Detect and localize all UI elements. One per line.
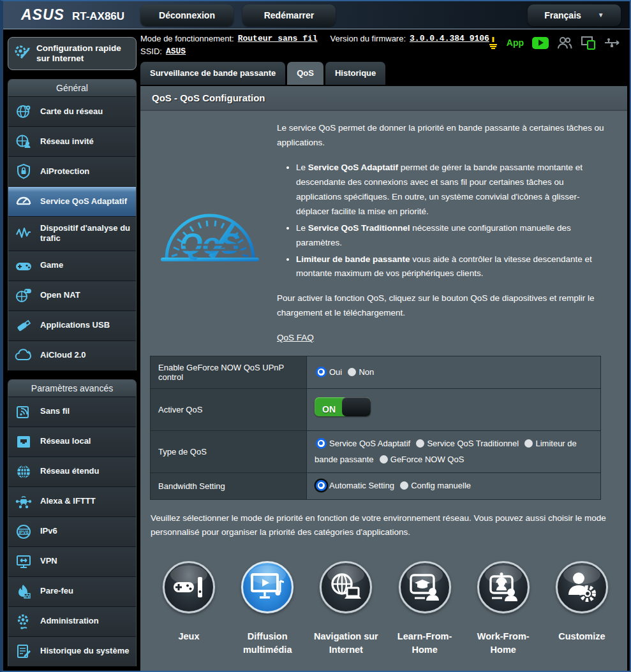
lan-port-icon: [13, 434, 34, 450]
qos-type-traditional-label[interactable]: Service QoS Traditionnel: [427, 439, 519, 448]
operation-mode-link[interactable]: Routeur sans fil: [238, 34, 318, 43]
quick-setup-label: Configuration rapide sur Internet: [36, 43, 132, 64]
mode-media-streaming[interactable]: Diffusion multimédia: [230, 561, 304, 657]
qos-toggle-knob[interactable]: [342, 397, 371, 416]
sidebar-item-label: Applications USB: [40, 320, 110, 330]
sidebar-item-lan[interactable]: Réseau local: [8, 427, 136, 457]
upnp-no-radio[interactable]: [348, 368, 356, 376]
qos-bullet-list: Le Service QoS Adaptatif permet de gérer…: [296, 161, 611, 282]
sidebar-item-label: Dispositif d'analyse du trafic: [40, 223, 133, 244]
bandwidth-manual-radio[interactable]: [400, 481, 408, 490]
upnp-no-label[interactable]: Non: [359, 367, 374, 377]
upnp-label: Enable GeForce NOW QoS UPnP control: [151, 356, 307, 389]
firewall-flame-icon: [13, 583, 34, 600]
mode-work-from-home[interactable]: Work-From-Home: [466, 561, 540, 657]
ipv6-icon: IPV6: [13, 523, 34, 540]
sidebar-item-firewall[interactable]: Pare-feu: [8, 576, 136, 606]
traffic-wave-icon: [13, 225, 34, 242]
sidebar-item-label: AiProtection: [40, 166, 89, 177]
bullet-bandwidth-limiter: Limiteur de bande passante vous aide à c…: [296, 252, 611, 282]
mode-customize[interactable]: Customize: [545, 561, 619, 657]
play-store-icon[interactable]: [532, 37, 549, 49]
logout-button[interactable]: Déconnexion: [140, 4, 234, 26]
top-banner: ASUS RT-AX86U Déconnexion Redémarrer Fra…: [3, 1, 630, 29]
header-status-icons: App: [488, 36, 621, 50]
bandwidth-automatic-radio[interactable]: [316, 480, 327, 491]
sidebar-item-system-log[interactable]: Historique du système: [8, 636, 136, 666]
sidebar-item-wireless[interactable]: Sans fil: [8, 397, 136, 427]
priority-modes: Jeux Diffusion multimédia Navigation sur…: [152, 561, 619, 657]
mode-games[interactable]: Jeux: [152, 561, 226, 657]
qos-activation-note: Pour activer la fonction QoS, cliquez su…: [277, 291, 611, 321]
sidebar-item-label: VPN: [40, 556, 57, 566]
web-surfing-icon[interactable]: [320, 561, 372, 613]
tab-bandwidth-monitor[interactable]: Surveillance de bande passante: [140, 62, 285, 85]
mode-web-surfing[interactable]: Navigation sur Internet: [309, 561, 383, 657]
qos-description-text: Le service QoS permet de donner la prior…: [277, 121, 611, 346]
clients-icon[interactable]: [557, 36, 572, 49]
qos-type-geforce-label[interactable]: GeForce NOW QoS: [390, 455, 464, 464]
ssid-link[interactable]: ASUS: [166, 47, 186, 56]
sidebar-item-label: Historique du système: [40, 646, 129, 656]
brand: ASUS RT-AX86U: [3, 6, 140, 24]
mode-learn-from-home[interactable]: Learn-From-Home: [388, 561, 462, 657]
work-from-home-icon[interactable]: [477, 561, 530, 613]
sidebar-item-label: Open NAT: [40, 290, 80, 300]
mode-selection-prompt: Veuillez sélectionner le mode de priorit…: [151, 511, 617, 540]
qos-type-adaptive-radio[interactable]: [316, 438, 327, 449]
content-panel: QoS - QoS Configuration QoS: [140, 86, 627, 671]
sidebar-item-adaptive-qos[interactable]: Service QoS Adaptatif: [8, 186, 136, 216]
sidebar-item-ipv6[interactable]: IPV6 IPv6: [8, 516, 136, 546]
media-streaming-icon[interactable]: [241, 561, 293, 613]
sidebar-item-wan[interactable]: Réseau étendu: [8, 457, 136, 486]
qos-type-traditional-radio[interactable]: [416, 439, 424, 448]
qos-type-adaptive-label[interactable]: Service QoS Adaptatif: [329, 439, 410, 448]
reboot-button[interactable]: Redémarrer: [242, 4, 336, 26]
sidebar-item-game[interactable]: Game: [8, 251, 136, 281]
gauge-qos-text: QoS: [180, 227, 241, 260]
sidebar-item-alexa-ifttt[interactable]: Alexa & IFTTT: [8, 486, 136, 516]
sidebar-item-traffic-analyzer[interactable]: Dispositif d'analyse du trafic: [8, 216, 136, 251]
language-select[interactable]: Français ▼: [528, 4, 621, 26]
usb-icon[interactable]: [604, 37, 621, 48]
quick-setup-gear-icon: [12, 43, 31, 64]
sidebar-item-aiprotection[interactable]: AiProtection: [8, 156, 136, 186]
vpn-monitor-icon: [13, 553, 34, 570]
qos-type-geforce-radio[interactable]: [380, 455, 388, 464]
mode-label: Diffusion multimédia: [230, 630, 304, 657]
sidebar-item-aicloud[interactable]: AiCloud 2.0: [8, 340, 136, 370]
qos-type-limiter-radio[interactable]: [524, 439, 533, 448]
qos-toggle[interactable]: ON: [315, 397, 371, 416]
sidebar-section-advanced: Paramètres avancés Sans fil Réseau local…: [8, 379, 137, 666]
quick-setup-button[interactable]: Configuration rapide sur Internet: [8, 37, 137, 70]
qos-faq-link[interactable]: QoS FAQ: [277, 331, 314, 346]
mode-label: Customize: [545, 630, 619, 643]
tab-history[interactable]: Historique: [325, 62, 385, 85]
ssid-label: SSID:: [140, 47, 162, 56]
sidebar-item-label: Administration: [40, 616, 99, 626]
games-icon[interactable]: [163, 561, 215, 613]
bandwidth-manual-label[interactable]: Config manuelle: [411, 481, 471, 490]
section-title-advanced: Paramètres avancés: [8, 380, 136, 397]
devices-icon[interactable]: [581, 36, 596, 50]
sidebar-item-vpn[interactable]: VPN: [8, 546, 136, 576]
mode-label: Jeux: [152, 630, 226, 643]
sidebar-item-label: Carte du réseau: [40, 106, 103, 117]
bandwidth-automatic-label[interactable]: Automatic Setting: [329, 481, 394, 490]
wan-globe-icon: [13, 464, 34, 480]
system-log-icon: [13, 643, 34, 660]
firmware-alert-icon[interactable]: [488, 36, 498, 50]
sidebar-item-guest-network[interactable]: Réseau invité: [8, 126, 136, 156]
tab-qos[interactable]: QoS: [287, 62, 323, 85]
sidebar-item-administration[interactable]: Administration: [8, 606, 136, 636]
learn-from-home-icon[interactable]: [399, 561, 451, 613]
upnp-yes-radio[interactable]: [316, 367, 327, 377]
app-link[interactable]: App: [507, 38, 524, 48]
sidebar-item-open-nat[interactable]: Open NAT: [8, 281, 136, 310]
sidebar-item-usb-apps[interactable]: Applications USB: [8, 310, 136, 340]
firmware-version-link[interactable]: 3.0.0.4.384_9106: [410, 34, 489, 43]
upnp-yes-label[interactable]: Oui: [329, 367, 342, 377]
sidebar-item-label: Réseau invité: [40, 136, 94, 147]
customize-icon[interactable]: [556, 561, 608, 613]
sidebar-item-network-map[interactable]: Carte du réseau: [8, 96, 136, 126]
